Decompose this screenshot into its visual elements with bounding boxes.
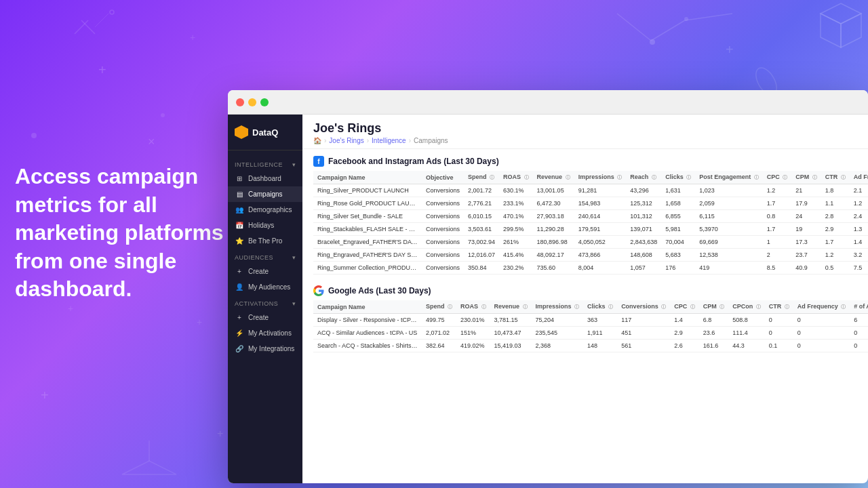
th-cpc: CPC ⓘ — [763, 171, 792, 184]
g-th-ctr: CTR ⓘ — [765, 300, 793, 314]
campaign-name: Ring_Silver Set_Bundle - SALE — [313, 210, 422, 223]
sidebar: DataQ Intelligence ▾ ⊞ Dashboard ▤ Campa… — [228, 115, 302, 483]
revenue: 11,290.28 — [533, 223, 574, 236]
g-th-clicks: Clicks ⓘ — [583, 300, 617, 314]
impressions: 75,204 — [532, 314, 584, 327]
th-objective: Objective — [422, 171, 464, 184]
clicks: 1,658 — [661, 197, 695, 210]
cpm: 17.3 — [791, 236, 821, 249]
sidebar-item-label: My Integrations — [248, 345, 294, 352]
my-audiences-icon: 👤 — [235, 283, 244, 291]
reach: 101,312 — [626, 210, 661, 223]
cpm: 23.6 — [699, 327, 729, 340]
browser-dot-yellow[interactable] — [248, 98, 256, 106]
sidebar-item-campaigns[interactable]: ▤ Campaigns — [228, 186, 302, 202]
th-revenue: Revenue ⓘ — [533, 171, 574, 184]
cpm: 21 — [791, 184, 821, 197]
sidebar-item-holidays[interactable]: 📅 Holidays — [228, 218, 302, 233]
post-engagement: 5,3970 — [695, 223, 763, 236]
ad-frequency: 0 — [793, 340, 850, 352]
spend: 350.84 — [464, 262, 499, 274]
cpm: 19 — [791, 223, 821, 236]
sidebar-item-activations-create[interactable]: + Create — [228, 310, 302, 325]
post-engagement: 1,023 — [695, 184, 763, 197]
sidebar-item-be-the-pro[interactable]: ⭐ Be The Pro — [228, 233, 302, 249]
sidebar-item-label: Holidays — [248, 222, 274, 229]
ctr: 1.2 — [821, 249, 850, 262]
browser-dot-green[interactable] — [260, 98, 269, 106]
impressions: 4,050,052 — [574, 236, 627, 249]
cpc: 1 — [763, 236, 792, 249]
impressions: 2,368 — [532, 340, 584, 352]
sidebar-item-audiences-create[interactable]: + Create — [228, 264, 302, 279]
conversions: 561 — [617, 340, 670, 352]
campaign-name: Ring_Rose Gold_PRODUCT LAUNCH — [313, 197, 422, 210]
table-row: Ring_Rose Gold_PRODUCT LAUNCH Conversion… — [313, 197, 868, 210]
facebook-section-header: f Facebook and Instagram Ads (Last 30 Da… — [313, 156, 857, 167]
ad-frequency: 1.4 — [850, 236, 868, 249]
cpm: 6.8 — [699, 314, 729, 327]
revenue: 6,472.30 — [533, 197, 574, 210]
cpm: 24 — [791, 210, 821, 223]
spend: 2,001.72 — [464, 184, 499, 197]
cpc: 8.5 — [763, 262, 792, 274]
sidebar-item-my-integrations[interactable]: 🔗 My Integrations — [228, 341, 302, 357]
sidebar-item-demographics[interactable]: 👥 Demographics — [228, 202, 302, 218]
objective: Conversions — [422, 184, 464, 197]
table-row: Ring_Silver Set_Bundle - SALE Conversion… — [313, 210, 868, 223]
browser-dot-red[interactable] — [236, 98, 244, 106]
sidebar-item-my-audiences[interactable]: 👤 My Audiences — [228, 279, 302, 295]
ctr: 1.7 — [821, 236, 850, 249]
google-icon — [313, 285, 324, 296]
ad-frequency: 2.4 — [850, 210, 868, 223]
roas: 230.01% — [456, 314, 490, 327]
spend: 499.75 — [422, 314, 456, 327]
sidebar-item-dashboard[interactable]: ⊞ Dashboard — [228, 171, 302, 186]
post-engagement: 2,059 — [695, 197, 763, 210]
conversions: 451 — [617, 327, 670, 340]
google-table-header: Campaign Name Spend ⓘ ROAS ⓘ Revenue ⓘ I… — [313, 300, 868, 314]
content-area[interactable]: f Facebook and Instagram Ads (Last 30 Da… — [302, 149, 868, 483]
google-table-body: Display - Silver - Responsive - tCPA - U… — [313, 314, 868, 352]
post-engagement: 12,538 — [695, 249, 763, 262]
spend: 12,016.07 — [464, 249, 499, 262]
table-row: Display - Silver - Responsive - tCPA - U… — [313, 314, 868, 327]
breadcrumb-intelligence[interactable]: Intelligence — [372, 137, 406, 144]
ctr: 1.8 — [821, 184, 850, 197]
sidebar-section-audiences: Audiences ▾ — [228, 249, 302, 264]
facebook-section-title: Facebook and Instagram Ads (Last 30 Days… — [328, 157, 499, 166]
spend: 6,010.15 — [464, 210, 499, 223]
sidebar-item-label: My Activations — [248, 329, 292, 337]
th-impressions: Impressions ⓘ — [574, 171, 627, 184]
ad-frequency: 1.2 — [850, 197, 868, 210]
objective: Conversions — [422, 236, 464, 249]
objective: Conversions — [422, 197, 464, 210]
g-th-audiences: # of Audiences ⓘ — [850, 300, 868, 314]
sidebar-section-intelligence: Intelligence ▾ — [228, 156, 302, 171]
reach: 125,312 — [626, 197, 661, 210]
sidebar-item-label: Demographics — [248, 206, 292, 214]
objective: Conversions — [422, 262, 464, 274]
th-roas: ROAS ⓘ — [499, 171, 533, 184]
breadcrumb-joes-rings[interactable]: Joe's Rings — [329, 137, 363, 144]
impressions: 473,866 — [574, 249, 627, 262]
revenue: 13,001.05 — [533, 184, 574, 197]
clicks: 176 — [661, 262, 695, 274]
clicks: 1,911 — [583, 327, 617, 340]
cpc: 1.7 — [763, 223, 792, 236]
sidebar-item-my-activations[interactable]: ⚡ My Activations — [228, 325, 302, 341]
facebook-table: Campaign Name Objective Spend ⓘ ROAS ⓘ R… — [313, 171, 868, 274]
create-icon: + — [235, 268, 244, 275]
g-th-spend: Spend ⓘ — [422, 300, 456, 314]
brand-logo[interactable]: DataQ — [228, 125, 302, 150]
sidebar-item-label: Campaigns — [248, 190, 283, 198]
revenue: 3,781.15 — [490, 314, 532, 327]
roas: 151% — [456, 327, 490, 340]
table-row: Search - ACQ - Stackables - Shirts - tCP… — [313, 340, 868, 352]
clicks: 363 — [583, 314, 617, 327]
roas: 233.1% — [499, 197, 533, 210]
objective: Conversions — [422, 210, 464, 223]
cpc: 1.2 — [763, 184, 792, 197]
campaign-name: ACQ - Similar Audiences - tCPA - US — [313, 327, 422, 340]
breadcrumb-home[interactable]: 🏠 — [313, 137, 321, 144]
